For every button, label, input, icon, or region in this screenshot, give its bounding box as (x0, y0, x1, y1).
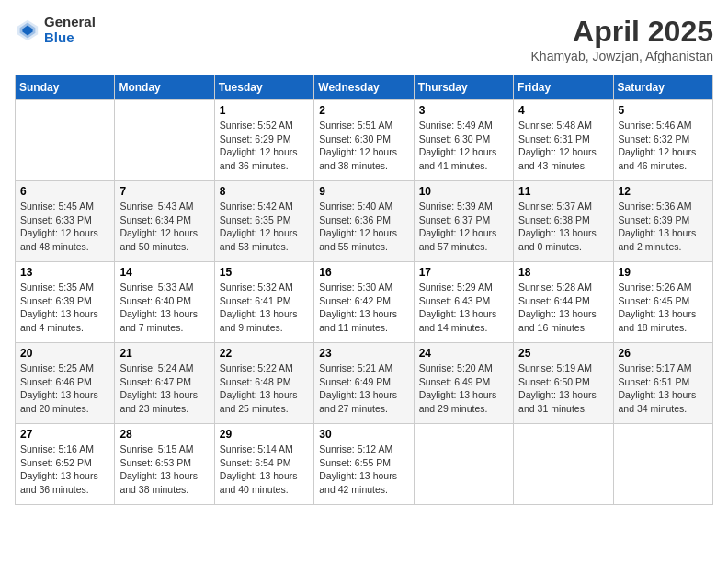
logo-text: General Blue (44, 15, 96, 45)
day-number: 10 (419, 185, 508, 198)
main-title: April 2025 (531, 15, 713, 49)
calendar-cell: 14Sunrise: 5:33 AMSunset: 6:40 PMDayligh… (115, 262, 214, 343)
day-number: 25 (518, 347, 608, 360)
day-number: 29 (220, 428, 309, 441)
weekday-header: Tuesday (214, 75, 313, 100)
calendar-cell: 20Sunrise: 5:25 AMSunset: 6:46 PMDayligh… (16, 343, 115, 424)
header: General Blue April 2025 Khamyab, Jowzjan… (15, 15, 713, 63)
calendar-cell: 23Sunrise: 5:21 AMSunset: 6:49 PMDayligh… (314, 343, 414, 424)
day-number: 15 (220, 266, 309, 279)
calendar-cell: 4Sunrise: 5:48 AMSunset: 6:31 PMDaylight… (514, 100, 613, 181)
logo: General Blue (15, 15, 96, 45)
day-number: 7 (119, 185, 209, 198)
logo-general-text: General (44, 15, 96, 30)
day-info: Sunrise: 5:12 AMSunset: 6:55 PMDaylight:… (319, 442, 408, 497)
calendar-cell: 26Sunrise: 5:17 AMSunset: 6:51 PMDayligh… (613, 343, 712, 424)
day-info: Sunrise: 5:16 AMSunset: 6:52 PMDaylight:… (20, 442, 109, 497)
weekday-header: Wednesday (314, 75, 414, 100)
day-number: 27 (20, 428, 109, 441)
calendar-cell: 8Sunrise: 5:42 AMSunset: 6:35 PMDaylight… (214, 181, 313, 262)
calendar-cell: 1Sunrise: 5:52 AMSunset: 6:29 PMDaylight… (214, 100, 313, 181)
calendar-table: SundayMondayTuesdayWednesdayThursdayFrid… (15, 75, 713, 505)
day-info: Sunrise: 5:15 AMSunset: 6:53 PMDaylight:… (119, 442, 209, 497)
day-number: 26 (619, 347, 708, 360)
day-number: 11 (518, 185, 608, 198)
day-number: 2 (319, 104, 408, 117)
day-info: Sunrise: 5:21 AMSunset: 6:49 PMDaylight:… (319, 362, 408, 416)
calendar-cell: 2Sunrise: 5:51 AMSunset: 6:30 PMDaylight… (314, 100, 414, 181)
calendar-cell: 11Sunrise: 5:37 AMSunset: 6:38 PMDayligh… (514, 181, 613, 262)
day-number: 16 (319, 266, 408, 279)
calendar-cell: 18Sunrise: 5:28 AMSunset: 6:44 PMDayligh… (514, 262, 613, 343)
day-number: 24 (419, 347, 508, 360)
day-info: Sunrise: 5:19 AMSunset: 6:50 PMDaylight:… (518, 362, 608, 416)
calendar-cell (115, 100, 214, 181)
calendar-week-row: 6Sunrise: 5:45 AMSunset: 6:33 PMDaylight… (16, 181, 713, 262)
day-number: 5 (619, 104, 708, 117)
calendar-cell: 21Sunrise: 5:24 AMSunset: 6:47 PMDayligh… (115, 343, 214, 424)
day-info: Sunrise: 5:39 AMSunset: 6:37 PMDaylight:… (419, 200, 508, 254)
day-info: Sunrise: 5:20 AMSunset: 6:49 PMDaylight:… (419, 362, 508, 416)
day-number: 9 (319, 185, 408, 198)
day-info: Sunrise: 5:24 AMSunset: 6:47 PMDaylight:… (119, 362, 209, 416)
calendar-cell: 28Sunrise: 5:15 AMSunset: 6:53 PMDayligh… (115, 424, 214, 505)
day-number: 8 (220, 185, 309, 198)
calendar-week-row: 27Sunrise: 5:16 AMSunset: 6:52 PMDayligh… (16, 424, 713, 505)
day-number: 3 (419, 104, 508, 117)
day-info: Sunrise: 5:25 AMSunset: 6:46 PMDaylight:… (20, 362, 109, 416)
logo-blue-text: Blue (44, 30, 96, 46)
calendar-week-row: 1Sunrise: 5:52 AMSunset: 6:29 PMDaylight… (16, 100, 713, 181)
calendar-cell: 29Sunrise: 5:14 AMSunset: 6:54 PMDayligh… (214, 424, 313, 505)
subtitle: Khamyab, Jowzjan, Afghanistan (531, 49, 713, 63)
title-section: April 2025 Khamyab, Jowzjan, Afghanistan (531, 15, 713, 63)
day-number: 13 (20, 266, 109, 279)
day-info: Sunrise: 5:35 AMSunset: 6:39 PMDaylight:… (20, 281, 109, 335)
calendar-cell: 30Sunrise: 5:12 AMSunset: 6:55 PMDayligh… (314, 424, 414, 505)
day-info: Sunrise: 5:43 AMSunset: 6:34 PMDaylight:… (119, 200, 209, 254)
day-number: 23 (319, 347, 408, 360)
day-info: Sunrise: 5:51 AMSunset: 6:30 PMDaylight:… (319, 119, 408, 173)
day-number: 22 (220, 347, 309, 360)
calendar-cell (613, 424, 712, 505)
calendar-cell: 12Sunrise: 5:36 AMSunset: 6:39 PMDayligh… (613, 181, 712, 262)
day-info: Sunrise: 5:36 AMSunset: 6:39 PMDaylight:… (619, 200, 708, 254)
calendar-cell: 3Sunrise: 5:49 AMSunset: 6:30 PMDaylight… (414, 100, 513, 181)
day-number: 30 (319, 428, 408, 441)
day-info: Sunrise: 5:49 AMSunset: 6:30 PMDaylight:… (419, 119, 508, 173)
day-info: Sunrise: 5:17 AMSunset: 6:51 PMDaylight:… (619, 362, 708, 416)
calendar-cell: 22Sunrise: 5:22 AMSunset: 6:48 PMDayligh… (214, 343, 313, 424)
weekday-header: Monday (115, 75, 214, 100)
weekday-header: Sunday (16, 75, 115, 100)
day-number: 4 (518, 104, 608, 117)
day-info: Sunrise: 5:26 AMSunset: 6:45 PMDaylight:… (619, 281, 708, 335)
day-info: Sunrise: 5:32 AMSunset: 6:41 PMDaylight:… (220, 281, 309, 335)
logo-icon (15, 17, 40, 43)
day-number: 20 (20, 347, 109, 360)
calendar-week-row: 13Sunrise: 5:35 AMSunset: 6:39 PMDayligh… (16, 262, 713, 343)
day-info: Sunrise: 5:30 AMSunset: 6:42 PMDaylight:… (319, 281, 408, 335)
day-info: Sunrise: 5:37 AMSunset: 6:38 PMDaylight:… (518, 200, 608, 254)
day-number: 14 (119, 266, 209, 279)
calendar-cell: 6Sunrise: 5:45 AMSunset: 6:33 PMDaylight… (16, 181, 115, 262)
day-info: Sunrise: 5:45 AMSunset: 6:33 PMDaylight:… (20, 200, 109, 254)
day-number: 19 (619, 266, 708, 279)
calendar-cell (514, 424, 613, 505)
weekday-header: Saturday (613, 75, 712, 100)
calendar-cell: 19Sunrise: 5:26 AMSunset: 6:45 PMDayligh… (613, 262, 712, 343)
day-info: Sunrise: 5:46 AMSunset: 6:32 PMDaylight:… (619, 119, 708, 173)
day-info: Sunrise: 5:28 AMSunset: 6:44 PMDaylight:… (518, 281, 608, 335)
calendar-cell: 13Sunrise: 5:35 AMSunset: 6:39 PMDayligh… (16, 262, 115, 343)
calendar-cell: 16Sunrise: 5:30 AMSunset: 6:42 PMDayligh… (314, 262, 414, 343)
day-info: Sunrise: 5:33 AMSunset: 6:40 PMDaylight:… (119, 281, 209, 335)
calendar-cell: 27Sunrise: 5:16 AMSunset: 6:52 PMDayligh… (16, 424, 115, 505)
calendar-cell: 5Sunrise: 5:46 AMSunset: 6:32 PMDaylight… (613, 100, 712, 181)
calendar-cell: 10Sunrise: 5:39 AMSunset: 6:37 PMDayligh… (414, 181, 513, 262)
calendar-cell: 9Sunrise: 5:40 AMSunset: 6:36 PMDaylight… (314, 181, 414, 262)
day-number: 1 (220, 104, 309, 117)
day-info: Sunrise: 5:42 AMSunset: 6:35 PMDaylight:… (220, 200, 309, 254)
day-info: Sunrise: 5:14 AMSunset: 6:54 PMDaylight:… (220, 442, 309, 497)
calendar-cell: 17Sunrise: 5:29 AMSunset: 6:43 PMDayligh… (414, 262, 513, 343)
calendar-cell: 7Sunrise: 5:43 AMSunset: 6:34 PMDaylight… (115, 181, 214, 262)
calendar-week-row: 20Sunrise: 5:25 AMSunset: 6:46 PMDayligh… (16, 343, 713, 424)
day-info: Sunrise: 5:22 AMSunset: 6:48 PMDaylight:… (220, 362, 309, 416)
